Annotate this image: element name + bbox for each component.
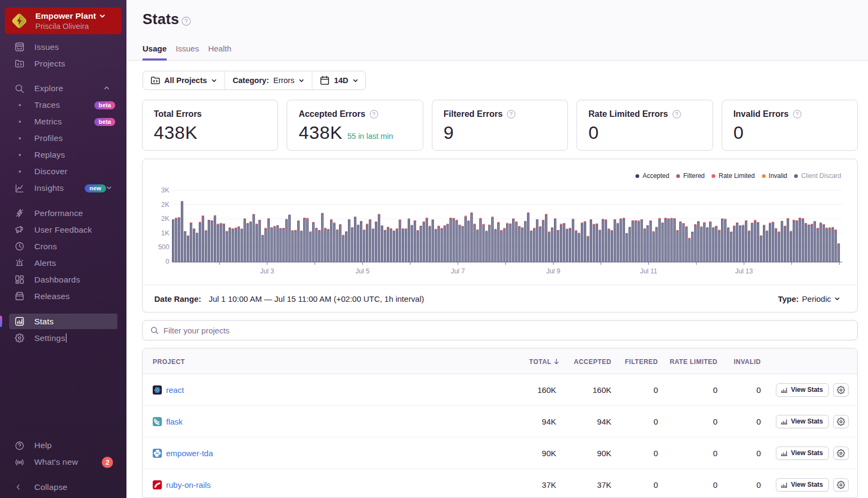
svg-text:2K: 2K [161, 201, 170, 209]
svg-text:Jul 3: Jul 3 [260, 267, 274, 275]
svg-text:2K: 2K [161, 215, 170, 222]
svg-text:Jul 7: Jul 7 [451, 267, 465, 275]
svg-text:0: 0 [166, 258, 169, 265]
svg-text:3K: 3K [161, 187, 170, 194]
svg-text:Jul 13: Jul 13 [735, 267, 753, 275]
svg-text:1K: 1K [161, 229, 170, 237]
svg-text:Jul 9: Jul 9 [546, 267, 560, 275]
svg-text:500: 500 [158, 243, 169, 251]
svg-text:Jul 5: Jul 5 [355, 267, 369, 275]
svg-text:Jul 11: Jul 11 [640, 267, 657, 275]
